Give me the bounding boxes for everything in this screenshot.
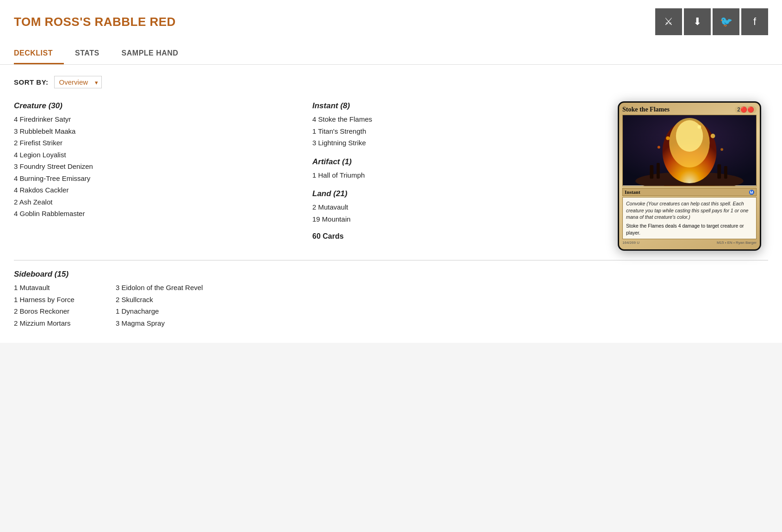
list-item: 4 Stoke the Flames: [312, 113, 611, 125]
page-header: TOM ROSS'S RABBLE RED ⚔ ⬇ 🐦 f DECKLIST S…: [0, 0, 782, 65]
arena-button[interactable]: ⚔: [655, 8, 682, 35]
download-button[interactable]: ⬇: [684, 8, 711, 35]
list-item: 2 Skullcrack: [116, 294, 203, 306]
sideboard-title: Sideboard (15): [14, 270, 768, 279]
list-item: 1 Mutavault: [14, 282, 97, 294]
card-set-icon: Ⓜ️: [749, 190, 754, 195]
list-item: 19 Mountain: [312, 213, 611, 225]
svg-point-6: [658, 146, 660, 148]
list-item: 3 Eidolon of the Great Revel: [116, 282, 203, 294]
svg-rect-11: [657, 163, 660, 179]
facebook-button[interactable]: f: [741, 8, 768, 35]
card-cost: 2🔴🔴: [735, 106, 757, 113]
sort-select[interactable]: Overview Color CMC Rarity: [54, 76, 102, 88]
card-footer-left: 164/269 U: [622, 241, 639, 245]
list-item: 4 Goblin Rabblemaster: [14, 208, 312, 220]
list-item: 3 Foundry Street Denizen: [14, 161, 312, 173]
card-type: Instant: [625, 189, 640, 195]
card-rules-normal: Stoke the Flames deals 4 damage to targe…: [626, 223, 753, 236]
header-buttons: ⚔ ⬇ 🐦 f: [655, 8, 768, 35]
card-art-svg: [623, 115, 756, 186]
list-item: 3 Rubblebelt Maaka: [14, 125, 312, 137]
card-preview: Stoke the Flames 2🔴🔴: [618, 101, 761, 251]
sort-wrapper: Overview Color CMC Rarity: [54, 76, 102, 88]
tab-sample-hand[interactable]: SAMPLE HAND: [122, 43, 190, 64]
list-item: 1 Harness by Force: [14, 294, 97, 306]
card-inner: Stoke the Flames 2🔴🔴: [619, 103, 760, 249]
card-text-box: Convoke (Your creatures can help cast th…: [622, 197, 757, 239]
creature-section-title: Creature (30): [14, 101, 312, 111]
card-header: Stoke the Flames 2🔴🔴: [622, 106, 757, 113]
list-item: 1 Dynacharge: [116, 305, 203, 317]
instant-section-title: Instant (8): [312, 101, 611, 111]
sort-row: SORT BY: Overview Color CMC Rarity: [14, 76, 768, 88]
list-item: 4 Burning-Tree Emissary: [14, 173, 312, 185]
list-item: 4 Firedrinker Satyr: [14, 113, 312, 125]
list-item: 1 Titan's Strength: [312, 125, 611, 137]
card-footer: 164/269 U M15 • EN • Ryan Barger: [622, 241, 757, 245]
list-item: 3 Lightning Strike: [312, 137, 611, 149]
card-name: Stoke the Flames: [622, 106, 670, 113]
svg-point-9: [698, 125, 701, 129]
sideboard-columns: 1 Mutavault 1 Harness by Force 2 Boros R…: [14, 282, 768, 329]
card-rules-italic: Convoke (Your creatures can help cast th…: [626, 200, 753, 221]
svg-rect-13: [724, 166, 727, 179]
list-item: 2 Ash Zealot: [14, 196, 312, 208]
list-item: 2 Mizzium Mortars: [14, 317, 97, 329]
svg-rect-10: [650, 165, 653, 179]
header-top: TOM ROSS'S RABBLE RED ⚔ ⬇ 🐦 f: [14, 8, 768, 35]
tab-stats[interactable]: STATS: [75, 43, 111, 64]
list-item: 4 Legion Loyalist: [14, 149, 312, 161]
tab-decklist[interactable]: DECKLIST: [14, 43, 64, 64]
main-content: SORT BY: Overview Color CMC Rarity Creat…: [0, 65, 782, 343]
twitter-button[interactable]: 🐦: [713, 8, 739, 35]
svg-point-7: [711, 134, 715, 138]
deck-columns: Creature (30) 4 Firedrinker Satyr 3 Rubb…: [14, 101, 768, 251]
sort-label: SORT BY:: [14, 78, 49, 86]
svg-point-4: [676, 120, 703, 152]
deck-title: TOM ROSS'S RABBLE RED: [14, 15, 176, 29]
list-item: 2 Mutavault: [312, 201, 611, 213]
sideboard-col-1: 1 Mutavault 1 Harness by Force 2 Boros R…: [14, 282, 97, 329]
svg-point-5: [666, 136, 670, 140]
list-item: 4 Rakdos Cackler: [14, 184, 312, 196]
card-preview-column: Stoke the Flames 2🔴🔴: [611, 101, 768, 251]
sideboard-section: Sideboard (15) 1 Mutavault 1 Harness by …: [14, 270, 768, 329]
list-item: 1 Hall of Triumph: [312, 169, 611, 181]
card-art: [622, 115, 757, 186]
creature-column: Creature (30) 4 Firedrinker Satyr 3 Rubb…: [14, 101, 312, 251]
artifact-section-title: Artifact (1): [312, 157, 611, 167]
land-section-title: Land (21): [312, 189, 611, 198]
divider: [14, 260, 768, 260]
list-item: 2 Boros Reckoner: [14, 305, 97, 317]
svg-point-8: [720, 148, 723, 151]
svg-rect-12: [717, 164, 721, 179]
list-item: 2 Firefist Striker: [14, 137, 312, 149]
spell-column: Instant (8) 4 Stoke the Flames 1 Titan's…: [312, 101, 611, 251]
card-type-row: Instant Ⓜ️: [622, 188, 757, 196]
card-footer-right: M15 • EN • Ryan Barger: [717, 241, 757, 245]
total-cards: 60 Cards: [312, 232, 611, 241]
tab-bar: DECKLIST STATS SAMPLE HAND: [14, 43, 768, 64]
sideboard-col-2: 3 Eidolon of the Great Revel 2 Skullcrac…: [116, 282, 203, 329]
list-item: 3 Magma Spray: [116, 317, 203, 329]
